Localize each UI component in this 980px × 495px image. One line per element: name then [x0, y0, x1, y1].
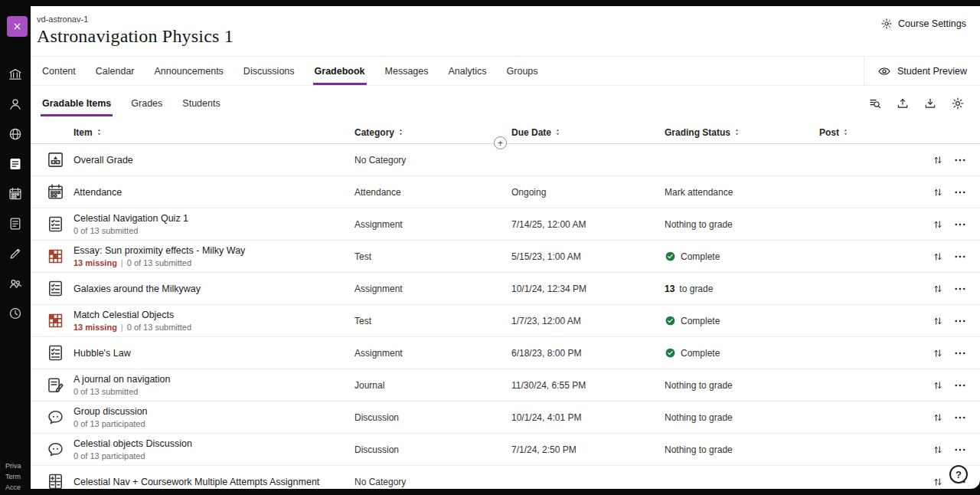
- item-title[interactable]: A journal on navigation: [74, 374, 347, 385]
- tab-gradebook[interactable]: Gradebook: [305, 57, 375, 85]
- status-text: to grade: [679, 284, 713, 294]
- column-label: Due Date: [511, 127, 551, 138]
- sidebar-button-calendar[interactable]: [7, 185, 24, 202]
- column-header-category[interactable]: Category: [354, 127, 511, 138]
- item: Celestial objects Discussion0 of 13 part…: [74, 438, 354, 461]
- column-header-due-date[interactable]: Due Date: [511, 127, 665, 138]
- item-title[interactable]: Overall Grade: [74, 155, 347, 166]
- test-icon: [46, 247, 65, 266]
- course-settings-button[interactable]: Course Settings: [880, 18, 966, 30]
- item-title[interactable]: Galaxies around the Milkyway: [74, 284, 347, 294]
- institution-icon: [8, 67, 23, 82]
- tab-discussions[interactable]: Discussions: [234, 57, 305, 85]
- close-icon: [12, 21, 22, 31]
- row-actions: [930, 378, 968, 393]
- sidebar-button-messages[interactable]: [7, 215, 24, 232]
- column-header-item[interactable]: Item: [74, 127, 354, 138]
- status-text: Mark attendance: [665, 187, 733, 198]
- column-label: Grading Status: [665, 127, 730, 138]
- download-gradebook-button[interactable]: [919, 92, 942, 115]
- sort-icon: [733, 128, 741, 136]
- assessments-icon: [8, 246, 23, 261]
- subtab-gradable-items[interactable]: Gradable Items: [32, 86, 121, 121]
- help-button[interactable]: ?: [949, 465, 968, 484]
- category-text: Journal: [354, 380, 384, 391]
- reorder-button[interactable]: [930, 152, 946, 168]
- reorder-button[interactable]: [930, 378, 946, 393]
- sidebar-footer-link-term[interactable]: Term: [5, 473, 21, 480]
- more-options-button[interactable]: [952, 281, 968, 297]
- reorder-button[interactable]: [930, 249, 946, 264]
- more-options-button[interactable]: [952, 217, 968, 232]
- sidebar-button-grades[interactable]: [7, 155, 24, 172]
- sidebar-button-globe[interactable]: [7, 125, 24, 143]
- item-title[interactable]: Group discussion: [74, 406, 347, 417]
- subtab-grades[interactable]: Grades: [121, 86, 172, 121]
- item-type: [37, 343, 74, 362]
- item-title[interactable]: Celestial Nav + Coursework Multiple Atte…: [74, 477, 347, 487]
- tab-calendar[interactable]: Calendar: [86, 57, 145, 85]
- column-header-post[interactable]: Post: [819, 127, 930, 138]
- item-title[interactable]: Celestial objects Discussion: [74, 438, 347, 449]
- more-options-button[interactable]: [952, 185, 968, 200]
- add-item-button[interactable]: +: [494, 136, 507, 149]
- more-options-button[interactable]: [952, 249, 968, 264]
- reorder-button[interactable]: [930, 346, 946, 361]
- item-submission-info: 0 of 13 submitted: [74, 226, 347, 235]
- history-icon: [8, 306, 23, 321]
- student-preview-button[interactable]: Student Preview: [864, 57, 980, 85]
- item-title[interactable]: Celestial Navigation Quiz 1: [74, 213, 347, 224]
- reorder-button[interactable]: [930, 410, 946, 425]
- more-options-button[interactable]: [952, 442, 968, 457]
- sidebar-footer-link-priva[interactable]: Priva: [5, 462, 21, 470]
- item-type: [37, 408, 74, 427]
- sidebar-button-institution[interactable]: [7, 65, 24, 83]
- more-options-button[interactable]: [952, 378, 968, 393]
- course-nav: ContentCalendarAnnouncementsDiscussionsG…: [31, 57, 980, 86]
- reorder-button[interactable]: [930, 313, 946, 329]
- sidebar-button-profile[interactable]: [7, 95, 24, 113]
- column-header-grading-status[interactable]: Grading Status: [665, 127, 819, 138]
- reorder-button[interactable]: [930, 281, 946, 297]
- tab-groups[interactable]: Groups: [497, 57, 548, 85]
- item-title[interactable]: Hubble's Law: [74, 348, 347, 359]
- reorder-button[interactable]: [930, 442, 946, 457]
- subtab-students[interactable]: Students: [172, 86, 230, 121]
- due-date: 1/7/23, 12:00 AM: [511, 316, 665, 326]
- category: Discussion: [354, 412, 511, 423]
- row-actions: [930, 249, 968, 264]
- tab-analytics[interactable]: Analytics: [439, 57, 497, 85]
- item-title[interactable]: Match Celestial Objects: [74, 310, 347, 320]
- reorder-button[interactable]: [930, 185, 946, 200]
- close-course-button[interactable]: [7, 16, 28, 37]
- row-actions: [930, 346, 968, 361]
- reorder-button[interactable]: [930, 474, 946, 490]
- more-options-button[interactable]: [952, 410, 968, 425]
- item-title[interactable]: Essay: Sun proximity effects - Milky Way: [74, 245, 347, 256]
- sidebar-footer-link-acce[interactable]: Acce: [5, 484, 21, 491]
- table-row: Hubble's LawAssignment6/18/23, 8:00 PMCo…: [31, 337, 980, 369]
- more-options-button[interactable]: [952, 346, 968, 361]
- assignment-icon: [46, 343, 65, 362]
- to-grade-count: 13: [665, 284, 675, 294]
- tab-messages[interactable]: Messages: [375, 57, 439, 85]
- more-options-icon: [953, 185, 967, 199]
- gear-button[interactable]: [946, 92, 969, 115]
- item-title[interactable]: Attendance: [74, 187, 347, 198]
- sidebar-button-history[interactable]: [7, 304, 24, 322]
- reorder-button[interactable]: [930, 217, 946, 232]
- course-id: vd-astronav-1: [37, 15, 234, 24]
- more-options-icon: [953, 153, 967, 167]
- search-gradable-items-button[interactable]: [864, 92, 887, 115]
- student-preview-label: Student Preview: [897, 66, 967, 77]
- reorder-icon: [932, 251, 944, 263]
- more-options-button[interactable]: [952, 152, 968, 168]
- upload-gradebook-button[interactable]: [891, 92, 914, 115]
- more-options-button[interactable]: [952, 313, 968, 329]
- tab-announcements[interactable]: Announcements: [145, 57, 234, 85]
- sidebar-button-groups[interactable]: [7, 274, 24, 292]
- sidebar-button-assessments[interactable]: [7, 244, 24, 262]
- assignment-icon: [46, 279, 65, 298]
- item-submission-info: 13 missing|0 of 13 submitted: [74, 258, 347, 267]
- tab-content[interactable]: Content: [32, 57, 86, 85]
